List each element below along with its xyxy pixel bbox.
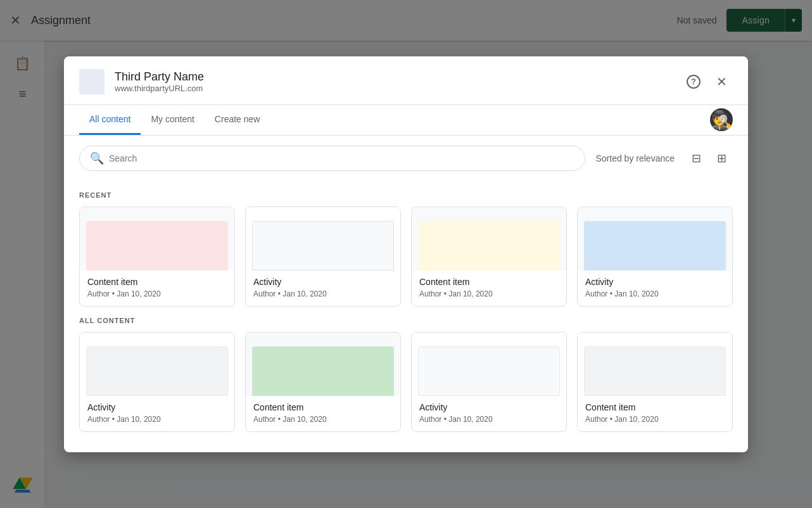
modal-content: RECENT Content item Author • Jan 10, 202… — [64, 181, 748, 452]
card-3[interactable]: Content item Author • Jan 10, 2020 — [411, 206, 567, 307]
search-icon: 🔍 — [90, 151, 104, 165]
card-3-thumb-color — [418, 221, 560, 270]
card-4-meta: Author • Jan 10, 2020 — [585, 289, 725, 298]
filter-sort-button[interactable]: ⊟ — [685, 147, 707, 170]
card-7-info: Activity Author • Jan 10, 2020 — [412, 396, 566, 431]
all-content-cards-grid: Activity Author • Jan 10, 2020 Content i… — [79, 332, 733, 432]
card-5-meta: Author • Jan 10, 2020 — [87, 415, 227, 424]
card-2-thumb-color — [252, 221, 394, 270]
filter-icon: ⊟ — [692, 151, 701, 165]
card-8-thumbnail — [578, 333, 732, 396]
card-5[interactable]: Activity Author • Jan 10, 2020 — [79, 332, 235, 432]
card-8[interactable]: Content item Author • Jan 10, 2020 — [577, 332, 733, 432]
search-wrapper: 🔍 — [79, 146, 585, 171]
card-8-title: Content item — [585, 402, 725, 412]
card-2-title: Activity — [253, 277, 393, 287]
card-6-meta: Author • Jan 10, 2020 — [253, 415, 393, 424]
modal-overlay: Third Party Name www.thirdpartyURL.com ?… — [0, 0, 812, 508]
provider-name: Third Party Name — [115, 70, 682, 84]
grid-view-button[interactable]: ⊞ — [710, 147, 733, 170]
card-1-thumbnail — [80, 207, 234, 270]
recent-cards-grid: Content item Author • Jan 10, 2020 Activ… — [79, 206, 733, 307]
card-6[interactable]: Content item Author • Jan 10, 2020 — [245, 332, 401, 432]
card-6-title: Content item — [253, 402, 393, 412]
close-icon: ✕ — [716, 74, 727, 89]
card-7-meta: Author • Jan 10, 2020 — [419, 415, 559, 424]
all-content-section-label: ALL CONTENT — [79, 317, 733, 324]
card-7[interactable]: Activity Author • Jan 10, 2020 — [411, 332, 567, 432]
modal-tabs: All content My content Create new 🕵️ — [64, 105, 748, 136]
card-6-thumbnail — [246, 333, 400, 396]
card-8-thumb-color — [584, 346, 726, 396]
card-1-meta: Author • Jan 10, 2020 — [87, 289, 227, 298]
card-1-info: Content item Author • Jan 10, 2020 — [80, 270, 234, 306]
sort-label: Sorted by relevance — [595, 153, 675, 163]
modal-close-button[interactable]: ✕ — [710, 70, 733, 93]
search-input[interactable] — [109, 153, 574, 163]
card-1[interactable]: Content item Author • Jan 10, 2020 — [79, 206, 235, 307]
card-8-info: Content item Author • Jan 10, 2020 — [578, 396, 732, 431]
tab-create-new[interactable]: Create new — [205, 105, 270, 135]
card-3-title: Content item — [419, 277, 559, 287]
card-4[interactable]: Activity Author • Jan 10, 2020 — [577, 206, 733, 307]
card-1-thumb-color — [86, 221, 228, 270]
card-4-title: Activity — [585, 277, 725, 287]
card-3-info: Content item Author • Jan 10, 2020 — [412, 270, 566, 306]
card-7-title: Activity — [419, 402, 559, 412]
card-5-thumb-color — [86, 346, 228, 396]
card-2-info: Activity Author • Jan 10, 2020 — [246, 270, 400, 306]
card-3-meta: Author • Jan 10, 2020 — [419, 289, 559, 298]
card-2-thumbnail — [246, 207, 400, 270]
grid-icon: ⊞ — [717, 151, 726, 165]
card-5-title: Activity — [87, 402, 227, 412]
provider-info: Third Party Name www.thirdpartyURL.com — [115, 70, 682, 93]
card-4-thumb-color — [584, 221, 726, 270]
view-controls: ⊟ ⊞ — [685, 147, 733, 170]
help-button[interactable]: ? — [682, 70, 705, 93]
provider-logo — [79, 69, 105, 94]
card-2-meta: Author • Jan 10, 2020 — [253, 289, 393, 298]
provider-url: www.thirdpartyURL.com — [115, 84, 682, 93]
tab-all-content[interactable]: All content — [79, 105, 141, 135]
recent-section-label: RECENT — [79, 191, 733, 199]
card-8-meta: Author • Jan 10, 2020 — [585, 415, 725, 424]
card-7-thumb-color — [418, 346, 560, 396]
card-6-info: Content item Author • Jan 10, 2020 — [246, 396, 400, 431]
help-icon: ? — [687, 75, 701, 89]
user-avatar-container: 🕵️ — [710, 108, 733, 131]
modal-header-actions: ? ✕ — [682, 70, 733, 93]
user-avatar[interactable]: 🕵️ — [710, 108, 733, 131]
card-4-thumbnail — [578, 207, 732, 270]
modal-header: Third Party Name www.thirdpartyURL.com ?… — [64, 56, 748, 105]
tab-my-content[interactable]: My content — [141, 105, 204, 135]
modal-dialog: Third Party Name www.thirdpartyURL.com ?… — [64, 56, 748, 452]
card-5-thumbnail — [80, 333, 234, 396]
card-7-thumbnail — [412, 333, 566, 396]
card-2[interactable]: Activity Author • Jan 10, 2020 — [245, 206, 401, 307]
card-5-info: Activity Author • Jan 10, 2020 — [80, 396, 234, 431]
card-4-info: Activity Author • Jan 10, 2020 — [578, 270, 732, 306]
card-3-thumbnail — [412, 207, 566, 270]
search-bar-container: 🔍 Sorted by relevance ⊟ ⊞ — [64, 136, 748, 181]
card-1-title: Content item — [87, 277, 227, 287]
card-6-thumb-color — [252, 346, 394, 396]
